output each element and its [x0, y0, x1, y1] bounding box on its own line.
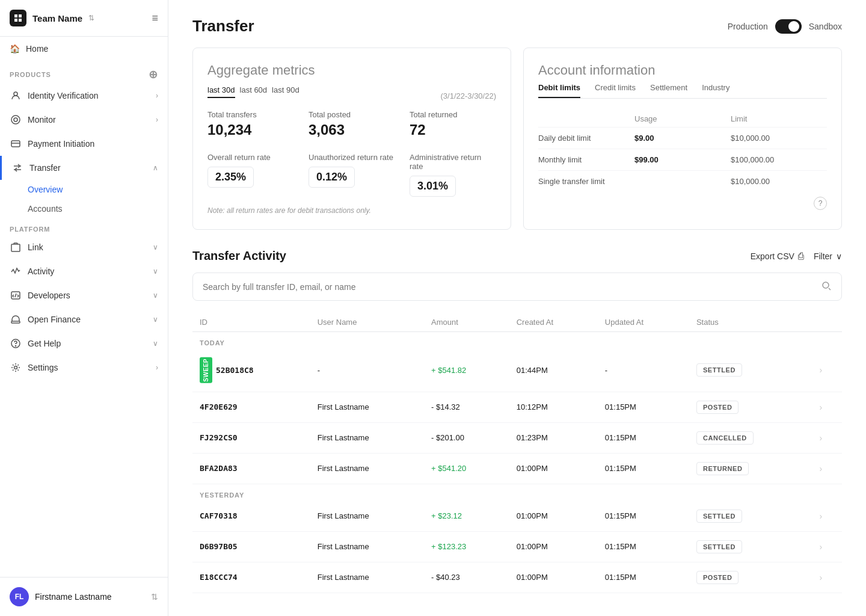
- team-sort-icon[interactable]: ⇅: [88, 14, 94, 22]
- status-badge: RETURNED: [696, 462, 749, 475]
- cell-amount: + $123.23: [424, 531, 509, 562]
- col-id: ID: [192, 313, 310, 332]
- sidebar-item-home[interactable]: 🏠 Home: [0, 37, 168, 61]
- env-toggle-switch[interactable]: [775, 19, 802, 34]
- row-chevron-icon[interactable]: ›: [820, 464, 823, 473]
- avatar: FL: [10, 587, 29, 606]
- tab-debit-limits[interactable]: Debit limits: [538, 83, 580, 98]
- table-row[interactable]: FJ292CS0 First Lastname - $201.00 01:23P…: [192, 422, 842, 453]
- cell-chevron[interactable]: ›: [812, 562, 842, 593]
- status-badge: SETTLED: [696, 510, 742, 523]
- cell-created: 01:00PM: [509, 562, 598, 593]
- row-chevron-icon[interactable]: ›: [820, 433, 823, 443]
- row-chevron-icon[interactable]: ›: [820, 573, 823, 582]
- add-product-icon[interactable]: ⊕: [149, 68, 158, 81]
- section-row: YESTERDAY: [192, 484, 842, 501]
- cell-updated: 01:15PM: [598, 531, 689, 562]
- sidebar-item-developers[interactable]: Developers ∨: [0, 283, 168, 307]
- monitor-icon: [10, 114, 22, 126]
- cell-status: SETTLED: [689, 349, 812, 392]
- tab-industry[interactable]: Industry: [702, 83, 729, 98]
- cell-chevron[interactable]: ›: [812, 531, 842, 562]
- sidebar-item-settings[interactable]: Settings ›: [0, 356, 168, 380]
- table-row[interactable]: 4F20E629 First Lastname - $14.32 10:12PM…: [192, 392, 842, 422]
- sidebar-item-payment[interactable]: Payment Initiation: [0, 132, 168, 156]
- svg-point-13: [14, 366, 17, 369]
- cell-updated: -: [598, 349, 689, 392]
- svg-rect-1: [19, 14, 22, 17]
- cell-amount: + $541.20: [424, 453, 509, 484]
- transfer-icon: [11, 162, 23, 174]
- page-header: Transfer Production Sandbox: [168, 0, 866, 48]
- filter-button[interactable]: Filter ∨: [814, 251, 842, 261]
- cell-chevron[interactable]: ›: [812, 392, 842, 422]
- svg-rect-2: [14, 19, 17, 22]
- cell-username: First Lastname: [310, 562, 424, 593]
- cell-amount: - $201.00: [424, 422, 509, 453]
- tab-last-90d[interactable]: last 90d: [272, 83, 299, 98]
- team-name-label: Team Name: [32, 13, 82, 23]
- sweep-badge: SWEEP: [200, 357, 212, 383]
- sidebar-item-accounts[interactable]: Accounts: [28, 199, 168, 218]
- tab-last-30d[interactable]: last 30d: [207, 83, 235, 98]
- cell-chevron[interactable]: ›: [812, 349, 842, 392]
- sidebar-item-activity[interactable]: Activity ∨: [0, 259, 168, 283]
- tab-credit-limits[interactable]: Credit limits: [595, 83, 636, 98]
- sidebar-item-open-finance[interactable]: Open Finance ∨: [0, 307, 168, 331]
- cell-status: SETTLED: [689, 501, 812, 532]
- activity-actions: Export CSV ⎙ Filter ∨: [751, 251, 842, 262]
- help-icon[interactable]: ?: [814, 197, 827, 210]
- cell-amount: - $14.32: [424, 392, 509, 422]
- platform-section-label: PLATFORM: [0, 218, 168, 235]
- table-header-row: ID User Name Amount Created At Updated A…: [192, 313, 842, 332]
- table-row[interactable]: E18CCC74 First Lastname - $40.23 01:00PM…: [192, 562, 842, 593]
- table-row[interactable]: D6B97B05 First Lastname + $123.23 01:00P…: [192, 531, 842, 562]
- cell-created: 01:00PM: [509, 531, 598, 562]
- sidebar-item-monitor[interactable]: Monitor ›: [0, 108, 168, 132]
- monitor-chevron-icon: ›: [156, 116, 158, 124]
- sidebar-item-link[interactable]: Link ∨: [0, 235, 168, 259]
- sidebar-item-get-help[interactable]: Get Help ∨: [0, 331, 168, 356]
- sidebar-item-transfer[interactable]: Transfer ∧: [0, 156, 168, 180]
- account-row-single: Single transfer limit $10,000.00: [538, 170, 827, 192]
- cell-chevron[interactable]: ›: [812, 453, 842, 484]
- home-icon: 🏠: [10, 44, 20, 54]
- tab-settlement[interactable]: Settlement: [650, 83, 687, 98]
- cell-username: First Lastname: [310, 392, 424, 422]
- open-finance-chevron-icon: ∨: [153, 315, 158, 324]
- svg-rect-3: [19, 19, 22, 22]
- table-row[interactable]: SWEEP 52B018C8 - + $541.82 01:44PM - SET…: [192, 349, 842, 392]
- main-content: Transfer Production Sandbox Aggregate me…: [168, 0, 866, 616]
- row-chevron-icon[interactable]: ›: [820, 402, 823, 412]
- cell-status: POSTED: [689, 562, 812, 593]
- metric-total-posted: Total posted 3,063: [309, 110, 395, 138]
- sidebar-item-overview[interactable]: Overview: [28, 180, 168, 199]
- status-badge: POSTED: [696, 401, 739, 414]
- activity-icon: [10, 265, 22, 277]
- row-chevron-icon[interactable]: ›: [820, 511, 823, 521]
- svg-point-14: [823, 282, 829, 288]
- metric-total-transfers: Total transfers 10,234: [207, 110, 294, 138]
- payment-icon: [10, 138, 22, 150]
- table-row[interactable]: BFA2DA83 First Lastname + $541.20 01:00P…: [192, 453, 842, 484]
- cell-chevron[interactable]: ›: [812, 501, 842, 532]
- search-input[interactable]: [203, 282, 821, 292]
- export-icon: ⎙: [798, 251, 804, 262]
- table-row[interactable]: CAF70318 First Lastname + $23.12 01:00PM…: [192, 501, 842, 532]
- cell-chevron[interactable]: ›: [812, 422, 842, 453]
- cell-id: E18CCC74: [192, 562, 310, 593]
- sidebar-menu-toggle[interactable]: ≡: [152, 12, 158, 25]
- tab-last-60d[interactable]: last 60d: [240, 83, 268, 98]
- row-chevron-icon[interactable]: ›: [820, 542, 823, 552]
- activity-chevron-icon: ∨: [153, 267, 158, 276]
- transfer-submenu: Overview Accounts: [0, 180, 168, 218]
- cell-username: First Lastname: [310, 422, 424, 453]
- account-limits-table: Usage Limit Daily debit limit $9.00 $10,…: [538, 111, 827, 192]
- transfer-activity-section: Transfer Activity Export CSV ⎙ Filter ∨: [192, 249, 842, 593]
- sidebar-item-identity[interactable]: Identity Verification ›: [0, 84, 168, 108]
- info-row: Aggregate metrics last 30d last 60d last…: [192, 48, 842, 230]
- row-chevron-icon[interactable]: ›: [820, 365, 823, 375]
- col-username: User Name: [310, 313, 424, 332]
- export-csv-button[interactable]: Export CSV ⎙: [751, 251, 804, 262]
- user-sort-icon[interactable]: ⇅: [151, 592, 158, 602]
